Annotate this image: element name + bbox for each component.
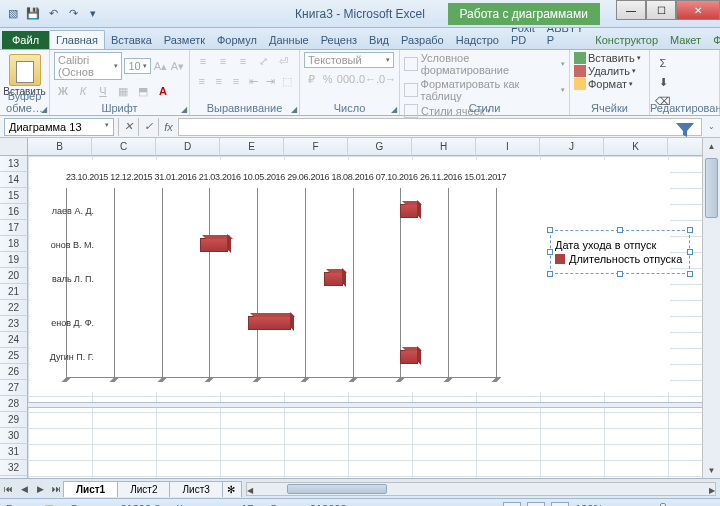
file-tab[interactable]: Файл: [2, 31, 49, 49]
insert-cells-button[interactable]: Вставить: [588, 52, 635, 64]
tab-addins[interactable]: Надстро: [450, 31, 505, 49]
chart-plot-area[interactable]: лаев А. Д.онов В. М.валь Л. П.енов Д. Ф.…: [66, 188, 496, 378]
save-icon[interactable]: 💾: [24, 5, 42, 23]
tab-view[interactable]: Вид: [363, 31, 395, 49]
tab-layout[interactable]: Разметк: [158, 31, 211, 49]
row-header[interactable]: 19: [0, 252, 28, 268]
wrap-text-icon[interactable]: ⏎: [274, 52, 292, 70]
minimize-button[interactable]: —: [616, 0, 646, 20]
tab-developer[interactable]: Разрабо: [395, 31, 450, 49]
conditional-format-icon[interactable]: [404, 57, 418, 71]
tab-home[interactable]: Главная: [49, 30, 105, 49]
row-header[interactable]: 22: [0, 300, 28, 316]
increase-indent-icon[interactable]: ⇥: [263, 72, 278, 90]
currency-icon[interactable]: ₽: [304, 70, 319, 88]
col-header[interactable]: J: [540, 138, 604, 156]
zoom-level[interactable]: 100%: [575, 503, 603, 507]
autosum-icon[interactable]: Σ: [654, 54, 672, 72]
chart-object[interactable]: лаев А. Д.онов В. М.валь Л. П.енов Д. Ф.…: [30, 160, 670, 392]
scroll-right-icon[interactable]: ▶: [709, 483, 715, 499]
alignment-dialog-icon[interactable]: ◢: [291, 105, 297, 114]
row-header[interactable]: 33: [0, 476, 28, 478]
tab-chart-format[interactable]: Формат: [707, 31, 720, 49]
merge-icon[interactable]: ⬚: [280, 72, 295, 90]
col-header[interactable]: F: [284, 138, 348, 156]
number-format-combo[interactable]: Текстовый▾: [304, 52, 394, 68]
split-bar[interactable]: [28, 402, 702, 408]
percent-icon[interactable]: %: [321, 70, 336, 88]
tab-formulas[interactable]: Формул: [211, 31, 263, 49]
scroll-left-icon[interactable]: ◀: [247, 483, 253, 499]
row-header[interactable]: 25: [0, 348, 28, 364]
conditional-format-button[interactable]: Условное форматирование: [421, 52, 558, 76]
qat-customize-icon[interactable]: ▾: [84, 5, 102, 23]
col-header[interactable]: G: [348, 138, 412, 156]
col-header[interactable]: D: [156, 138, 220, 156]
format-table-button[interactable]: Форматировать как таблицу: [421, 78, 558, 102]
font-color-icon[interactable]: A: [154, 82, 172, 100]
border-icon[interactable]: ▦: [114, 82, 132, 100]
prev-sheet-icon[interactable]: ◀: [16, 481, 32, 497]
row-header[interactable]: 16: [0, 204, 28, 220]
col-header[interactable]: E: [220, 138, 284, 156]
first-sheet-icon[interactable]: ⏮: [0, 481, 16, 497]
chart-bar[interactable]: [248, 316, 291, 330]
format-table-icon[interactable]: [404, 83, 418, 97]
excel-icon[interactable]: ▧: [4, 5, 22, 23]
grow-font-icon[interactable]: A▴: [153, 57, 168, 75]
align-bottom-icon[interactable]: ≡: [234, 52, 252, 70]
col-header[interactable]: C: [92, 138, 156, 156]
scroll-thumb[interactable]: [287, 484, 387, 494]
insert-cells-icon[interactable]: [574, 52, 586, 64]
orientation-icon[interactable]: ⤢: [254, 52, 272, 70]
fill-icon[interactable]: ⬇: [654, 73, 672, 91]
align-middle-icon[interactable]: ≡: [214, 52, 232, 70]
sheet-tab[interactable]: Лист2: [117, 481, 170, 497]
row-header[interactable]: 14: [0, 172, 28, 188]
scroll-down-icon[interactable]: ▼: [703, 462, 720, 478]
tab-insert[interactable]: Вставка: [105, 31, 158, 49]
row-header[interactable]: 13: [0, 156, 28, 172]
chart-bar[interactable]: [324, 272, 343, 286]
sheet-tab[interactable]: Лист3: [169, 481, 222, 497]
row-header[interactable]: 32: [0, 460, 28, 476]
page-break-view-icon[interactable]: [551, 502, 569, 507]
chart-legend[interactable]: Дата ухода в отпуск Длительность отпуска: [550, 230, 690, 274]
maximize-button[interactable]: ☐: [646, 0, 676, 20]
fx-icon[interactable]: fx: [158, 118, 178, 136]
row-header[interactable]: 31: [0, 444, 28, 460]
clipboard-dialog-icon[interactable]: ◢: [41, 105, 47, 114]
decrease-decimal-icon[interactable]: .0→: [377, 70, 395, 88]
delete-cells-button[interactable]: Удалить: [588, 65, 630, 77]
row-header[interactable]: 18: [0, 236, 28, 252]
font-dialog-icon[interactable]: ◢: [181, 105, 187, 114]
vertical-scrollbar[interactable]: ▲ ▼: [702, 138, 720, 478]
format-cells-button[interactable]: Формат: [588, 78, 627, 90]
undo-icon[interactable]: ↶: [44, 5, 62, 23]
tab-chart-layout[interactable]: Макет: [664, 31, 707, 49]
zoom-out-icon[interactable]: −: [609, 503, 615, 507]
chart-bar[interactable]: [400, 204, 418, 218]
col-header[interactable]: I: [476, 138, 540, 156]
comma-icon[interactable]: 000: [337, 70, 355, 88]
row-header[interactable]: 29: [0, 412, 28, 428]
align-center-icon[interactable]: ≡: [211, 72, 226, 90]
align-top-icon[interactable]: ≡: [194, 52, 212, 70]
font-size-combo[interactable]: 10▾: [124, 58, 150, 74]
align-right-icon[interactable]: ≡: [228, 72, 243, 90]
format-cells-icon[interactable]: [574, 78, 586, 90]
row-header[interactable]: 21: [0, 284, 28, 300]
chart-bar[interactable]: [200, 238, 229, 252]
next-sheet-icon[interactable]: ▶: [32, 481, 48, 497]
row-header[interactable]: 15: [0, 188, 28, 204]
tab-review[interactable]: Реценз: [315, 31, 363, 49]
last-sheet-icon[interactable]: ⏭: [48, 481, 64, 497]
enter-icon[interactable]: ✓: [138, 118, 158, 136]
scroll-thumb[interactable]: [705, 158, 718, 218]
select-all-corner[interactable]: [0, 138, 28, 156]
chart-bar[interactable]: [400, 350, 418, 364]
new-sheet-icon[interactable]: ✻: [222, 481, 242, 497]
tab-chart-design[interactable]: Конструктор: [589, 31, 664, 49]
paste-icon[interactable]: [9, 54, 41, 86]
row-header[interactable]: 30: [0, 428, 28, 444]
